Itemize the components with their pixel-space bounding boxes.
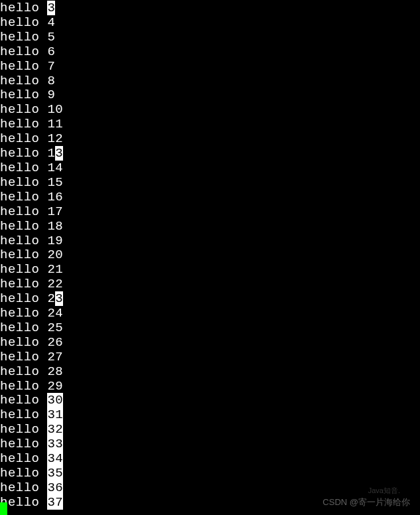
terminal-line: hello 18 [0, 220, 420, 234]
watermark-main: CSDN @寄一片海给你 [322, 495, 410, 510]
line-prefix: hello [0, 277, 47, 291]
terminal-line: hello 21 [0, 263, 420, 277]
line-number: 21 [47, 262, 63, 277]
line-number: 17 [47, 204, 63, 219]
line-number: 18 [47, 219, 63, 234]
line-number: 26 [47, 335, 63, 350]
line-prefix: hello [0, 262, 47, 277]
terminal-line: hello 15 [0, 176, 420, 190]
line-prefix: hello [0, 291, 47, 306]
terminal-line: hello 17 [0, 205, 420, 220]
terminal-line: hello 31 [0, 408, 420, 423]
line-prefix: hello [0, 451, 47, 466]
line-prefix: hello [0, 59, 47, 74]
line-number-highlighted: 30 [47, 393, 63, 407]
line-number-highlighted: 3 [47, 1, 55, 15]
line-prefix: hello [0, 30, 47, 44]
line-number: 11 [47, 117, 63, 131]
terminal-line: hello 13 [0, 147, 420, 161]
line-number-pre: 1 [47, 146, 55, 161]
line-number-highlighted-digit: 3 [55, 291, 63, 306]
line-number-highlighted: 34 [47, 451, 63, 466]
line-prefix: hello [0, 480, 47, 495]
line-number: 27 [47, 350, 63, 364]
line-number: 16 [47, 190, 63, 204]
line-prefix: hello [0, 364, 47, 379]
line-prefix: hello [0, 15, 47, 30]
line-prefix: hello [0, 306, 47, 321]
line-number: 10 [47, 102, 63, 117]
line-prefix: hello [0, 234, 47, 248]
terminal-line: hello 36 [0, 481, 420, 496]
terminal-line: hello 6 [0, 45, 420, 60]
line-prefix: hello [0, 248, 47, 262]
line-prefix: hello [0, 379, 47, 394]
terminal-line: hello 26 [0, 336, 420, 350]
line-prefix: hello [0, 102, 47, 117]
line-number: 15 [47, 175, 63, 190]
line-prefix: hello [0, 422, 47, 437]
terminal-line: hello 10 [0, 103, 420, 117]
line-number: 14 [47, 161, 63, 175]
line-prefix: hello [0, 190, 47, 204]
terminal-line: hello 3 [0, 1, 420, 16]
line-number: 7 [47, 59, 55, 74]
line-number-highlighted: 32 [47, 422, 63, 437]
terminal-line: hello 33 [0, 437, 420, 452]
line-number-highlighted: 36 [47, 480, 63, 495]
terminal-cursor [0, 502, 7, 515]
terminal-line: hello 27 [0, 350, 420, 365]
line-number: 28 [47, 364, 63, 379]
terminal-line: hello 24 [0, 307, 420, 321]
line-number: 20 [47, 248, 63, 262]
line-prefix: hello [0, 131, 47, 146]
line-prefix: hello [0, 219, 47, 234]
terminal-line: hello 29 [0, 380, 420, 394]
line-prefix: hello [0, 335, 47, 350]
line-prefix: hello [0, 161, 47, 175]
line-number: 4 [47, 15, 55, 30]
terminal-line: hello 4 [0, 16, 420, 31]
line-prefix: hello [0, 204, 47, 219]
line-number: 19 [47, 234, 63, 248]
terminal-line: hello 28 [0, 365, 420, 380]
line-prefix: hello [0, 437, 47, 451]
line-number-highlighted: 31 [47, 407, 63, 422]
line-number-highlighted: 35 [47, 466, 63, 480]
line-prefix: hello [0, 146, 47, 161]
line-number: 29 [47, 379, 63, 394]
terminal-line: hello 7 [0, 60, 420, 74]
line-number: 9 [47, 88, 55, 102]
line-prefix: hello [0, 1, 47, 15]
terminal-line: hello 14 [0, 161, 420, 176]
terminal-line: hello 9 [0, 88, 420, 103]
line-prefix: hello [0, 321, 47, 335]
line-prefix: hello [0, 350, 47, 364]
terminal-output: hello 3hello 4hello 5hello 6hello 7hello… [0, 1, 420, 510]
line-number-highlighted-digit: 3 [55, 146, 63, 161]
terminal-line: hello 8 [0, 74, 420, 89]
line-prefix: hello [0, 393, 47, 407]
line-number: 6 [47, 44, 55, 59]
terminal-line: hello 11 [0, 117, 420, 132]
line-prefix: hello [0, 175, 47, 190]
terminal-line: hello 22 [0, 277, 420, 292]
terminal-line: hello 16 [0, 190, 420, 205]
terminal-line: hello 23 [0, 292, 420, 307]
terminal-line: hello 35 [0, 467, 420, 481]
terminal-line: hello 32 [0, 423, 420, 437]
line-number: 8 [47, 74, 55, 88]
line-number: 22 [47, 277, 63, 291]
terminal-line: hello 5 [0, 31, 420, 45]
terminal-line: hello 19 [0, 234, 420, 249]
terminal-line: hello 20 [0, 248, 420, 263]
line-number: 25 [47, 321, 63, 335]
line-number-highlighted: 33 [47, 437, 63, 451]
line-prefix: hello [0, 407, 47, 422]
line-prefix: hello [0, 466, 47, 480]
line-number: 24 [47, 306, 63, 321]
line-number-pre: 2 [47, 291, 55, 306]
terminal-line: hello 12 [0, 132, 420, 147]
line-prefix: hello [0, 44, 47, 59]
line-number: 12 [47, 131, 63, 146]
